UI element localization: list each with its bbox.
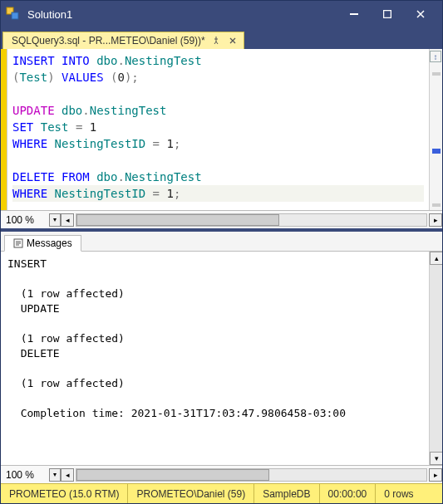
svg-rect-1 <box>12 12 18 19</box>
main: INSERT INTO dbo.NestingTest (Test) VALUE… <box>1 49 442 483</box>
window-title: Solution1 <box>27 8 72 21</box>
results-hscroll-right-button[interactable]: ▸ <box>429 468 442 482</box>
split-toggle-icon[interactable]: ↕ <box>430 51 441 62</box>
statusbar: PROMETEO (15.0 RTM) PROMETEO\Daniel (59)… <box>1 483 442 503</box>
pin-icon[interactable] <box>210 35 222 46</box>
editor-hscroll-thumb[interactable] <box>76 214 279 226</box>
svg-rect-3 <box>384 11 391 18</box>
results-hscrollbar[interactable] <box>76 468 427 482</box>
results-pane: Messages INSERT (1 row affected) UPDATE … <box>1 232 442 483</box>
results-footer: 100 % ▾ ◂ ▸ <box>1 465 442 483</box>
maximize-button[interactable] <box>371 2 404 26</box>
titlebar: Solution1 <box>1 1 442 27</box>
editor-hscrollbar[interactable] <box>76 213 427 227</box>
vscroll-up-button[interactable]: ▴ <box>430 252 443 265</box>
status-elapsed-time: 00:00:00 <box>320 484 377 503</box>
close-tab-icon[interactable] <box>227 35 239 46</box>
editor-footer: 100 % ▾ ◂ ▸ <box>1 210 442 228</box>
hscroll-left-button[interactable]: ◂ <box>61 213 74 227</box>
document-tab-label: SQLQuery3.sql - PR...METEO\Daniel (59))* <box>12 35 205 46</box>
editor-zoom-value: 100 % <box>1 214 49 226</box>
document-tab[interactable]: SQLQuery3.sql - PR...METEO\Daniel (59))* <box>2 32 244 49</box>
results-zoom-value: 100 % <box>1 469 49 481</box>
change-indicator-bar <box>1 49 7 210</box>
status-server: PROMETEO (15.0 RTM) <box>1 484 128 503</box>
messages-vscrollbar[interactable]: ▴ ▾ <box>429 252 442 465</box>
results-zoom-dropdown[interactable]: ▾ <box>49 468 61 482</box>
editor-zoom-dropdown[interactable]: ▾ <box>49 213 61 227</box>
status-row-count: 0 rows <box>376 484 421 503</box>
messages-output[interactable]: INSERT (1 row affected) UPDATE (1 row af… <box>1 252 429 465</box>
editor-pane: INSERT INTO dbo.NestingTest (Test) VALUE… <box>1 49 442 232</box>
results-tabbar: Messages <box>1 232 442 252</box>
hscroll-right-button[interactable]: ▸ <box>429 213 442 227</box>
overview-ruler[interactable]: ↕ <box>429 49 442 210</box>
vscroll-down-button[interactable]: ▾ <box>430 452 443 465</box>
close-button[interactable] <box>404 2 437 26</box>
messages-tab[interactable]: Messages <box>4 235 81 252</box>
messages-tab-label: Messages <box>27 237 72 249</box>
results-hscroll-left-button[interactable]: ◂ <box>61 468 74 482</box>
app-icon <box>6 7 21 22</box>
status-database: SampleDB <box>254 484 319 503</box>
sql-editor[interactable]: INSERT INTO dbo.NestingTest (Test) VALUE… <box>7 49 429 210</box>
results-hscroll-thumb[interactable] <box>76 469 269 481</box>
document-tabbar: SQLQuery3.sql - PR...METEO\Daniel (59))* <box>1 27 442 49</box>
svg-rect-2 <box>350 13 358 15</box>
messages-icon <box>13 238 23 248</box>
status-user: PROMETEO\Daniel (59) <box>128 484 254 503</box>
minimize-button[interactable] <box>337 2 371 26</box>
